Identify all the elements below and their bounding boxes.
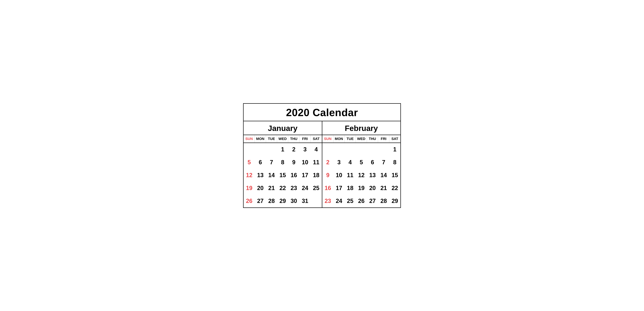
day-cell: 17: [334, 182, 344, 194]
day-header-mon: MON: [255, 135, 266, 142]
day-header-sun: SUN: [244, 135, 255, 142]
day-header-sat: SAT: [389, 135, 400, 142]
day-cell: 24: [300, 182, 310, 194]
day-header-tue: TUE: [266, 135, 277, 142]
day-cell: [344, 143, 356, 156]
day-cell: 9: [288, 156, 299, 169]
day-header-fri: FRI: [300, 135, 310, 142]
day-cell: [244, 143, 255, 156]
day-headers: SUNMONTUEWEDTHUFRISAT: [322, 135, 400, 143]
day-cell: 2: [288, 143, 299, 156]
day-cell: 8: [389, 156, 400, 169]
day-cell: 27: [367, 194, 378, 208]
day-cell: 3: [300, 143, 310, 156]
calendar-title-row: 2020 Calendar: [244, 104, 400, 121]
month-name-january: January: [244, 121, 322, 135]
day-cell: 12: [356, 169, 367, 182]
day-cell: 11: [310, 156, 322, 169]
day-cell: 4: [344, 156, 356, 169]
day-cell: 9: [322, 169, 334, 182]
day-cell: 20: [367, 182, 378, 194]
day-cell: 24: [334, 194, 344, 208]
day-cell: 31: [300, 194, 310, 208]
day-cell: 16: [322, 182, 334, 194]
day-cell: 26: [356, 194, 367, 208]
day-cell: [356, 143, 367, 156]
day-cell: 12: [244, 169, 255, 182]
day-header-sun: SUN: [322, 135, 334, 142]
day-cell: 27: [255, 194, 266, 208]
day-header-mon: MON: [334, 135, 344, 142]
day-cell: [322, 143, 334, 156]
day-cell: 10: [334, 169, 344, 182]
day-cell: 16: [288, 169, 299, 182]
day-header-wed: WED: [277, 135, 288, 142]
day-cell: 25: [344, 194, 356, 208]
day-cell: 17: [300, 169, 310, 182]
day-cell: 5: [244, 156, 255, 169]
day-cell: 28: [266, 194, 277, 208]
month-name-february: February: [322, 121, 400, 135]
day-cell: [378, 143, 389, 156]
day-cell: 15: [389, 169, 400, 182]
day-cell: 6: [255, 156, 266, 169]
day-cell: 3: [334, 156, 344, 169]
day-cell: 5: [356, 156, 367, 169]
day-cell: 7: [266, 156, 277, 169]
day-header-sat: SAT: [310, 135, 322, 142]
day-cell: 10: [300, 156, 310, 169]
day-cell: 29: [277, 194, 288, 208]
day-cell: 15: [277, 169, 288, 182]
day-header-thu: THU: [367, 135, 378, 142]
day-cell: 13: [255, 169, 266, 182]
day-cell: 20: [255, 182, 266, 194]
day-cell: 22: [389, 182, 400, 194]
day-cell: [266, 143, 277, 156]
day-cell: [255, 143, 266, 156]
day-cell: 25: [310, 182, 322, 194]
month-block-february: FebruarySUNMONTUEWEDTHUFRISAT 1234567891…: [322, 121, 400, 208]
day-cell: 18: [344, 182, 356, 194]
months-row: JanuarySUNMONTUEWEDTHUFRISAT 12345678910…: [244, 121, 400, 208]
day-cell: 11: [344, 169, 356, 182]
day-cell: 19: [356, 182, 367, 194]
calendar-container: 2020 Calendar JanuarySUNMONTUEWEDTHUFRIS…: [243, 103, 401, 208]
day-cell: 23: [288, 182, 299, 194]
day-cell: 23: [322, 194, 334, 208]
day-cell: 4: [310, 143, 322, 156]
days-grid: 1234567891011121314151617181920212223242…: [322, 143, 400, 208]
day-cell: 14: [378, 169, 389, 182]
day-cell: 19: [244, 182, 255, 194]
day-cell: 28: [378, 194, 389, 208]
day-cell: 7: [378, 156, 389, 169]
day-cell: 22: [277, 182, 288, 194]
day-cell: 18: [310, 169, 322, 182]
day-cell: 21: [378, 182, 389, 194]
month-block-january: JanuarySUNMONTUEWEDTHUFRISAT 12345678910…: [244, 121, 322, 208]
day-cell: 1: [277, 143, 288, 156]
day-cell: 13: [367, 169, 378, 182]
day-header-tue: TUE: [344, 135, 356, 142]
day-cell: 21: [266, 182, 277, 194]
day-cell: 26: [244, 194, 255, 208]
day-header-fri: FRI: [378, 135, 389, 142]
day-header-wed: WED: [356, 135, 367, 142]
days-grid: 1234567891011121314151617181920212223242…: [244, 143, 322, 208]
day-cell: 30: [288, 194, 299, 208]
day-cell: 1: [389, 143, 400, 156]
day-cell: 8: [277, 156, 288, 169]
day-cell: 29: [389, 194, 400, 208]
day-header-thu: THU: [288, 135, 299, 142]
day-headers: SUNMONTUEWEDTHUFRISAT: [244, 135, 322, 143]
day-cell: 2: [322, 156, 334, 169]
day-cell: [310, 194, 322, 208]
day-cell: [367, 143, 378, 156]
day-cell: [334, 143, 344, 156]
day-cell: 14: [266, 169, 277, 182]
calendar-title: 2020 Calendar: [245, 106, 399, 118]
day-cell: 6: [367, 156, 378, 169]
